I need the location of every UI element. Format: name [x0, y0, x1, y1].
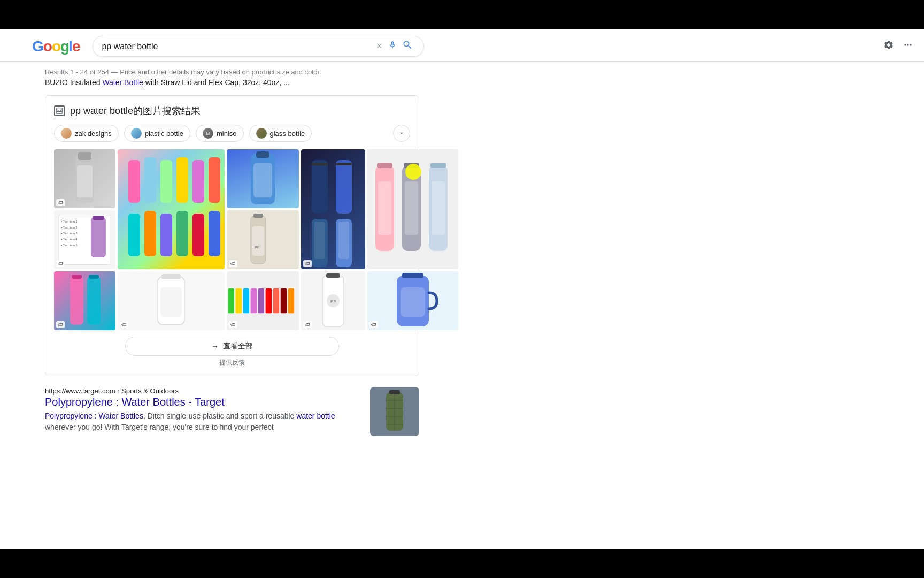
image-cell-1[interactable]: 🏷	[54, 149, 116, 208]
image-cell-5[interactable]	[367, 149, 458, 269]
svg-rect-65	[326, 273, 340, 278]
see-all-area: → 查看全部 提供反馈	[54, 337, 410, 367]
web-result-snippet: Polypropylene : Water Bottles. Ditch sin…	[45, 410, 361, 433]
tag-icon-1: 🏷	[56, 199, 65, 206]
svg-rect-34	[430, 163, 446, 168]
chip-miniso-avatar: M	[203, 128, 213, 139]
web-result-url-link[interactable]: https://www.target.com	[45, 387, 116, 395]
search-box: pp water bottle ×	[93, 36, 424, 57]
chip-zak-avatar	[61, 128, 72, 139]
chip-plastic-avatar	[131, 128, 142, 139]
svg-rect-3	[77, 165, 93, 197]
svg-rect-61	[273, 288, 279, 314]
image-cell-3[interactable]	[227, 149, 299, 208]
snippet-polypropylene-link[interactable]: Polypropylene : Water Bottles	[45, 412, 143, 420]
chip-miniso-label: miniso	[217, 130, 237, 138]
web-result-thumbnail[interactable]	[370, 387, 419, 436]
image-cell-11[interactable]: PP 🏷	[301, 271, 365, 330]
svg-rect-43	[93, 216, 104, 219]
svg-rect-17	[256, 151, 270, 158]
svg-text:PP: PP	[255, 246, 260, 249]
bottle-image-12	[367, 271, 458, 330]
image-cell-9[interactable]: 🏷	[118, 271, 225, 330]
svg-rect-13	[176, 211, 188, 256]
svg-rect-42	[91, 217, 106, 257]
image-cell-10[interactable]: 🏷	[227, 271, 299, 330]
image-grid: 🏷	[54, 149, 410, 330]
apps-button[interactable]	[903, 40, 913, 53]
svg-text:• Text item 5: • Text item 5	[61, 244, 77, 247]
search-submit-button[interactable]	[400, 40, 415, 53]
expand-chips-button[interactable]	[393, 125, 410, 142]
svg-rect-57	[243, 288, 249, 314]
chip-miniso[interactable]: M miniso	[196, 125, 244, 142]
tag-icon-10: 🏷	[229, 321, 237, 328]
content-area: Results 1 - 24 of 254 — Price and other …	[0, 62, 924, 443]
bottle-image-2	[118, 149, 225, 269]
svg-rect-59	[258, 288, 264, 314]
svg-rect-8	[192, 160, 204, 203]
chip-glass-avatar	[256, 128, 267, 139]
chip-plastic-bottle[interactable]: plastic bottle	[124, 125, 190, 142]
svg-rect-45	[253, 214, 263, 218]
tag-icon-7: 🏷	[229, 260, 237, 267]
svg-rect-4	[128, 160, 140, 203]
svg-text:• Text item 4: • Text item 4	[61, 238, 77, 241]
svg-rect-12	[160, 214, 172, 256]
image-cell-4[interactable]: 🏷	[301, 149, 365, 269]
search-input[interactable]: pp water bottle	[102, 42, 373, 51]
snippet-water-bottle-link[interactable]: water bottle	[296, 412, 335, 420]
chip-zak-designs[interactable]: zak designs	[54, 125, 119, 142]
svg-rect-7	[176, 157, 188, 203]
bottle-image-7: PP	[227, 210, 299, 269]
image-cell-2[interactable]	[118, 149, 225, 269]
filter-chips: zak designs plastic bottle M miniso glas…	[54, 125, 410, 142]
svg-rect-9	[209, 157, 220, 203]
svg-text:• Text item 2: • Text item 2	[61, 226, 77, 229]
svg-rect-6	[160, 160, 172, 203]
tag-icon-4: 🏷	[303, 260, 312, 267]
svg-rect-21	[336, 160, 352, 214]
see-all-button[interactable]: → 查看全部	[125, 337, 339, 356]
svg-rect-5	[144, 157, 156, 203]
snippet-link[interactable]: Water Bottle	[102, 78, 143, 87]
svg-rect-11	[144, 211, 156, 256]
svg-text:• Text item 3: • Text item 3	[61, 232, 77, 235]
web-result-url: https://www.target.com › Sports & Outdoo…	[45, 387, 361, 395]
svg-rect-53	[161, 274, 181, 279]
snippet-prefix: BUZIO Insulated	[45, 78, 102, 87]
bottle-image-5	[367, 149, 458, 269]
svg-rect-51	[89, 275, 99, 279]
header-right	[883, 40, 913, 53]
chip-plastic-label: plastic bottle	[145, 130, 183, 138]
chip-zak-label: zak designs	[75, 130, 112, 138]
svg-text:PP: PP	[330, 299, 336, 304]
bottle-image-9	[118, 271, 225, 330]
svg-rect-25	[314, 222, 325, 259]
svg-rect-54	[160, 287, 182, 317]
web-result-title[interactable]: Polypropylene : Water Bottles - Target	[45, 396, 361, 408]
chip-glass-bottle[interactable]: glass bottle	[249, 125, 312, 142]
image-cell-12[interactable]: 🏷	[367, 271, 458, 330]
svg-rect-10	[128, 214, 140, 256]
svg-rect-15	[209, 211, 220, 256]
svg-rect-32	[405, 181, 418, 235]
image-section-header: pp water bottle的图片搜索结果	[54, 104, 410, 117]
settings-button[interactable]	[883, 40, 894, 53]
see-all-label: 查看全部	[223, 341, 253, 351]
bottom-black-bar	[0, 549, 924, 578]
image-cell-6[interactable]: • Text item 1 • Text item 2 • Text item …	[54, 210, 116, 269]
image-cell-7[interactable]: PP 🏷	[227, 210, 299, 269]
image-cell-8[interactable]: 🏷	[54, 271, 116, 330]
snippet-wherever-text: wherever you go! With Target's range, yo…	[45, 423, 274, 431]
thumbnail-image	[370, 387, 419, 436]
feedback-button[interactable]: 提供反馈	[219, 358, 245, 367]
svg-rect-20	[312, 163, 328, 165]
svg-rect-60	[266, 288, 272, 314]
microphone-button[interactable]	[385, 41, 400, 52]
bottle-image-4	[301, 149, 365, 269]
clear-button[interactable]: ×	[373, 41, 386, 52]
svg-rect-19	[312, 160, 328, 214]
tag-icon-6: 🏷	[56, 260, 65, 267]
see-all-arrow: →	[211, 342, 219, 351]
